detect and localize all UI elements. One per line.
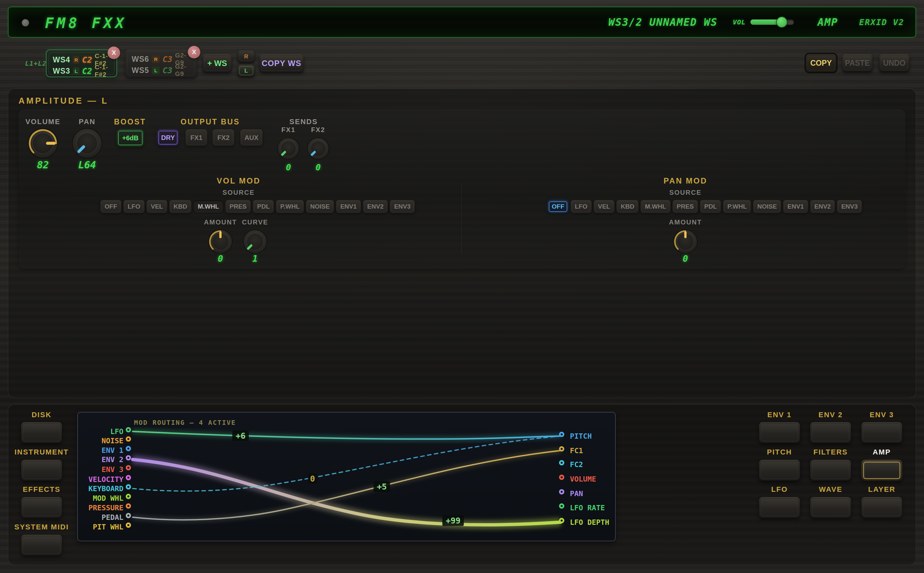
vol-mod-src-mwhl[interactable]: M.WHL	[193, 200, 223, 213]
routing-source-lfo-pin[interactable]	[126, 427, 131, 432]
nav-wave-button[interactable]	[810, 497, 851, 518]
vol-mod-src-vel[interactable]: VEL	[147, 200, 167, 213]
add-ws-button[interactable]: + WS	[203, 54, 231, 73]
pan-mod-src-env2[interactable]: ENV2	[810, 200, 835, 213]
routing-amount-env2-lfo-depth[interactable]: +99	[442, 515, 464, 526]
vol-mod-src-pwhl[interactable]: P.WHL	[276, 200, 304, 213]
routing-source-env1[interactable]: ENV 1	[78, 446, 124, 454]
routing-source-pedal[interactable]: PEDAL	[78, 513, 124, 521]
undo-button[interactable]: UNDO	[879, 54, 910, 72]
pan-mod-src-kbd[interactable]: KBD	[616, 200, 639, 213]
close-tab-button[interactable]: X	[108, 47, 120, 59]
nav-disk-button[interactable]	[21, 422, 62, 443]
vol-mod-src-noise[interactable]: NOISE	[306, 200, 334, 213]
routing-dest-volume-pin[interactable]	[559, 474, 564, 480]
master-volume-slider[interactable]	[750, 19, 794, 25]
bus-fx1-button[interactable]: FX1	[186, 129, 207, 146]
pan-mod-src-env1[interactable]: ENV1	[783, 200, 808, 213]
pan-mod-src-pdl[interactable]: PDL	[700, 200, 721, 213]
vol-mod-src-pdl[interactable]: PDL	[253, 200, 274, 213]
nav-system-midi-button[interactable]	[21, 535, 62, 556]
routing-source-env2[interactable]: ENV 2	[78, 456, 124, 464]
nav-env2-button[interactable]	[810, 422, 851, 443]
pan-mod-src-pwhl[interactable]: P.WHL	[723, 200, 751, 213]
pan-mod-amount-knob[interactable]	[672, 229, 698, 256]
nav-layer-button[interactable]	[861, 497, 902, 518]
pan-mod-src-off[interactable]: OFF	[547, 200, 569, 213]
vol-mod-src-kbd[interactable]: KBD	[169, 200, 191, 213]
vol-mod-src-env3[interactable]: ENV3	[390, 200, 415, 213]
nav-amp-button[interactable]	[861, 460, 902, 481]
left-channel-button[interactable]: L	[238, 65, 255, 77]
routing-source-noise-pin[interactable]	[126, 436, 131, 441]
routing-source-keyboard[interactable]: KEYBOARD	[78, 485, 124, 493]
routing-dest-lfo-depth[interactable]: LFO DEPTH	[570, 518, 609, 526]
routing-source-env1-pin[interactable]	[126, 446, 131, 451]
routing-source-velocity[interactable]: VELOCITY	[78, 475, 124, 484]
bus-fx2-button[interactable]: FX2	[213, 129, 234, 146]
ws-tab-1[interactable]: WS4 R C2 C-1-F#2 WS3 L C2 C-1-F#2 X	[46, 50, 117, 77]
routing-dest-lfo-rate-pin[interactable]	[559, 503, 564, 509]
boost-button[interactable]: +6dB	[117, 129, 144, 147]
pan-mod-src-lfo[interactable]: LFO	[571, 200, 592, 213]
routing-dest-lfo-rate[interactable]: LFO RATE	[570, 504, 605, 512]
vol-mod-src-off[interactable]: OFF	[100, 200, 122, 213]
paste-button[interactable]: PASTE	[842, 54, 872, 72]
routing-dest-pan-pin[interactable]	[559, 489, 564, 495]
routing-source-env3-pin[interactable]	[126, 465, 131, 470]
pan-mod-src-vel[interactable]: VEL	[594, 200, 614, 213]
routing-dest-lfo-depth-pin[interactable]	[559, 518, 564, 523]
routing-source-env3[interactable]: ENV 3	[78, 465, 124, 474]
right-channel-button[interactable]: R	[238, 50, 255, 63]
routing-source-mod-whl[interactable]: MOD WHL	[78, 494, 124, 503]
routing-source-velocity-pin[interactable]	[126, 475, 131, 480]
routing-dest-fc1[interactable]: FC1	[570, 446, 583, 455]
slider-thumb[interactable]	[776, 17, 787, 28]
routing-dest-fc2[interactable]: FC2	[570, 460, 583, 469]
routing-source-pressure[interactable]: PRESSURE	[78, 504, 124, 512]
routing-dest-pan[interactable]: PAN	[570, 490, 583, 498]
routing-dest-fc1-pin[interactable]	[559, 446, 564, 451]
nav-lfo-button[interactable]	[759, 497, 800, 518]
routing-source-env2-pin[interactable]	[126, 455, 131, 460]
routing-source-pedal-pin[interactable]	[126, 513, 131, 518]
vol-mod-src-pres[interactable]: PRES	[225, 200, 251, 213]
routing-source-pit-whl-pin[interactable]	[126, 523, 131, 528]
close-tab-button[interactable]: X	[188, 46, 200, 58]
routing-source-noise[interactable]: NOISE	[78, 437, 124, 445]
nav-effects-button[interactable]	[21, 497, 62, 518]
routing-source-lfo[interactable]: LFO	[78, 427, 124, 436]
ws-tab-2[interactable]: WS6 R C3 G2-G9 WS5 L C3 G2-G9 X	[125, 50, 197, 77]
routing-source-pit-whl[interactable]: PIT WHL	[78, 523, 124, 531]
routing-amount-lfo-pitch[interactable]: +6	[232, 431, 249, 441]
send-fx1-knob[interactable]	[277, 137, 300, 162]
send-fx2-knob[interactable]	[306, 137, 330, 162]
routing-amount-pedal-fc1[interactable]: +5	[374, 481, 390, 492]
routing-source-keyboard-pin[interactable]	[126, 484, 131, 490]
routing-dest-pitch[interactable]: PITCH	[570, 432, 592, 440]
pan-knob[interactable]	[71, 127, 103, 160]
routing-dest-volume[interactable]: VOLUME	[570, 475, 596, 483]
copy-button[interactable]: COPY	[806, 54, 836, 72]
bus-aux-button[interactable]: AUX	[240, 129, 263, 146]
pan-mod-src-env3[interactable]: ENV3	[837, 200, 862, 213]
vol-mod-src-env2[interactable]: ENV2	[363, 200, 388, 213]
volume-knob[interactable]	[27, 127, 59, 160]
vol-mod-curve-knob[interactable]	[242, 229, 268, 256]
routing-dest-fc2-pin[interactable]	[559, 460, 564, 465]
nav-instrument-button[interactable]	[21, 460, 62, 481]
vol-mod-amount-knob[interactable]	[208, 229, 233, 256]
routing-amount-keyboard-pitch[interactable]: 0	[308, 474, 317, 484]
routing-source-mod-whl-pin[interactable]	[126, 494, 131, 499]
vol-mod-src-lfo[interactable]: LFO	[124, 200, 145, 213]
copy-ws-button[interactable]: COPY WS	[260, 54, 303, 73]
routing-dest-pitch-pin[interactable]	[559, 432, 564, 437]
pan-mod-src-noise[interactable]: NOISE	[753, 200, 781, 213]
nav-env3-button[interactable]	[861, 422, 902, 443]
pan-mod-src-mwhl[interactable]: M.WHL	[641, 200, 670, 213]
nav-env1-button[interactable]	[759, 422, 800, 443]
routing-source-pressure-pin[interactable]	[126, 503, 131, 509]
vol-mod-src-env1[interactable]: ENV1	[336, 200, 361, 213]
bus-dry-button[interactable]: DRY	[157, 129, 179, 146]
nav-pitch-button[interactable]	[759, 460, 800, 481]
